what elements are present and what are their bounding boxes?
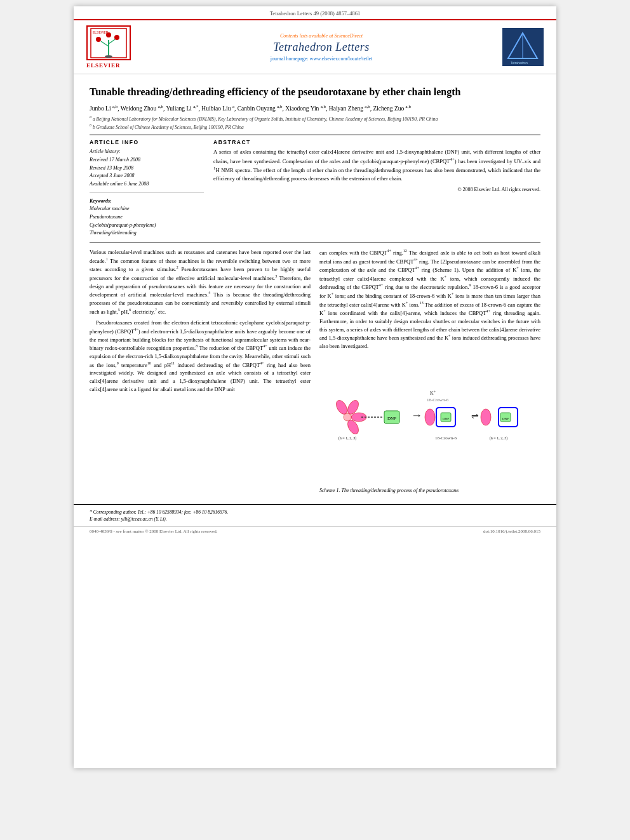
- bottom-doi: doi:10.1016/j.tetlet.2008.06.015: [483, 529, 540, 534]
- journal-main-title: Tetrahedron Letters: [150, 41, 493, 54]
- sciencedirect-link-text[interactable]: ScienceDirect: [334, 33, 363, 39]
- kw-1: Molecular machine: [90, 205, 204, 213]
- body-text-right: can complex with the CBPQT4+ ring.12 The…: [319, 248, 540, 494]
- journal-header: Tetrahedron Letters 49 (2008) 4857–4861: [74, 6, 556, 20]
- svg-point-5: [114, 35, 119, 40]
- journal-logo-right: Tetrahedron Letters: [493, 28, 544, 66]
- svg-point-17: [351, 413, 366, 422]
- authors-text: Junbo Li a,b, Weidong Zhou a,b, Yuliang …: [90, 105, 411, 112]
- article-info-section: ARTICLE INFO Article history: Received 1…: [90, 139, 540, 237]
- elsevier-logo-image: ELSEVIER: [86, 25, 131, 60]
- revised-date: Revised 13 May 2008: [90, 164, 204, 173]
- kw-4: Threading/dethreading: [90, 229, 204, 237]
- bottom-bar: 0040-4039/$ - see front matter © 2008 El…: [74, 526, 556, 536]
- abstract-label: ABSTRACT: [213, 139, 540, 145]
- footnote-email: E-mail address: ylli@iccas.ac.cn (Y. Li)…: [90, 516, 540, 523]
- article-body: Tunable threading/dethreading efficiency…: [74, 74, 556, 504]
- affiliations: a a Beijing National Laboratory for Mole…: [90, 114, 540, 131]
- svg-text:DNP: DNP: [502, 417, 509, 420]
- body-text-left: Various molecular-level machines such as…: [90, 248, 311, 393]
- journal-homepage: journal homepage: www.elsevier.com/locat…: [150, 56, 493, 62]
- svg-text:DNP: DNP: [387, 416, 396, 421]
- received-date: Received 17 March 2008: [90, 156, 204, 164]
- svg-text:ELSEVIER: ELSEVIER: [93, 30, 109, 34]
- svg-text:(n = 1, 2, 3): (n = 1, 2, 3): [490, 436, 507, 441]
- abstract-section: ABSTRACT A series of axles containing th…: [213, 139, 540, 237]
- accepted-date: Accepted 3 June 2008: [90, 172, 204, 180]
- authors-line: Junbo Li a,b, Weidong Zhou a,b, Yuliang …: [90, 104, 540, 112]
- journal-ref: Tetrahedron Letters 49 (2008) 4857–4861: [270, 10, 360, 17]
- affiliation-a: a a Beijing National Laboratory for Mole…: [90, 114, 540, 123]
- article-title: Tunable threading/dethreading efficiency…: [90, 86, 540, 99]
- kw-3: Cyclobis(paraquat-p-phenylene): [90, 222, 204, 230]
- tetrahedron-logo: Tetrahedron Letters: [502, 28, 544, 66]
- divider-top: [90, 135, 540, 135]
- journal-title-section: Contents lists available at ScienceDirec…: [150, 33, 493, 62]
- bottom-copyright: 0040-4039/$ - see front matter © 2008 El…: [90, 529, 217, 534]
- body-column-right: can complex with the CBPQT4+ ring.12 The…: [319, 248, 540, 494]
- affiliation-b: b b Graduate School of Chinese Academy o…: [90, 123, 540, 131]
- keywords-label: Keywords:: [90, 198, 204, 204]
- svg-point-31: [481, 409, 491, 425]
- svg-point-24: [425, 409, 435, 425]
- footnote-corresponding: * Corresponding author. Tel.: +86 10 625…: [90, 509, 540, 516]
- keywords-section: Keywords: Molecular machine Pseudorotaxa…: [90, 198, 204, 237]
- abstract-copyright: © 2008 Elsevier Ltd. All rights reserved…: [213, 187, 540, 192]
- svg-text:K+: K+: [430, 390, 436, 396]
- elsevier-logo: ELSEVIER ELSEVIER: [86, 25, 137, 69]
- keywords-list: Molecular machine Pseudorotaxane Cyclobi…: [90, 205, 204, 237]
- kw-2: Pseudorotaxane: [90, 213, 204, 222]
- info-divider: [90, 192, 204, 193]
- svg-text:DNP: DNP: [443, 417, 449, 420]
- article-page: Tetrahedron Letters 49 (2008) 4857–4861: [74, 6, 556, 768]
- divider-body: [90, 243, 540, 243]
- history-label: Article history:: [90, 148, 204, 156]
- svg-line-2: [101, 41, 109, 46]
- journal-banner: ELSEVIER ELSEVIER Contents lists availab…: [74, 20, 556, 74]
- main-columns: Various molecular-level machines such as…: [90, 248, 540, 494]
- svg-point-4: [96, 37, 101, 42]
- article-history: Article history: Received 17 March 2008 …: [90, 148, 204, 189]
- svg-line-3: [109, 39, 115, 44]
- svg-text:→: →: [411, 409, 422, 422]
- body-column-left: Various molecular-level machines such as…: [90, 248, 311, 494]
- available-online-date: Available online 6 June 2008: [90, 180, 204, 189]
- svg-text:18-Crown-6: 18-Crown-6: [427, 397, 449, 403]
- elsevier-brand: ELSEVIER: [86, 62, 121, 69]
- scheme-1-svg: DNP → DN: [328, 357, 532, 484]
- svg-text:Tetrahedron: Tetrahedron: [511, 61, 528, 65]
- footnote-area: * Corresponding author. Tel.: +86 10 625…: [74, 504, 556, 527]
- svg-text:18-Crown-6: 18-Crown-6: [435, 436, 457, 441]
- sciencedirect-text: Contents lists available at ScienceDirec…: [150, 33, 493, 39]
- svg-point-7: [105, 55, 112, 58]
- svg-text:(n = 1, 2, 3): (n = 1, 2, 3): [338, 436, 356, 441]
- abstract-text: A series of axles containing the tetraet…: [213, 148, 540, 183]
- scheme-1-area: DNP → DN: [319, 357, 540, 495]
- article-info-left: ARTICLE INFO Article history: Received 1…: [90, 139, 204, 237]
- svg-text:⇌: ⇌: [471, 411, 479, 421]
- svg-point-19: [344, 413, 351, 421]
- scheme-caption: Scheme 1. The threading/dethreading proc…: [319, 487, 540, 495]
- article-info-label: ARTICLE INFO: [90, 139, 204, 145]
